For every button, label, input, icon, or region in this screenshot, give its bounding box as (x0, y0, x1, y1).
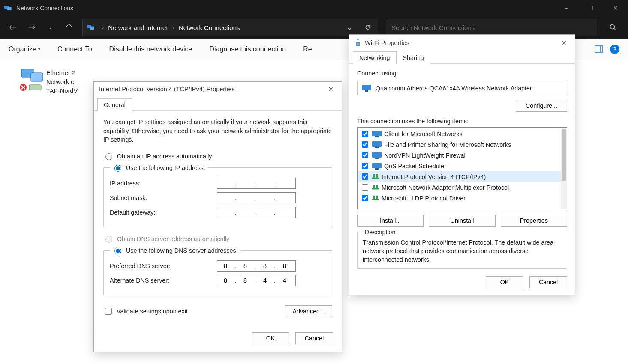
protocol-icon (372, 185, 379, 191)
connection-items-list[interactable]: Client for Microsoft NetworksFile and Pr… (357, 127, 567, 209)
search-input[interactable] (386, 24, 597, 31)
breadcrumb-bar[interactable]: › Network and Internet › Network Connect… (82, 19, 378, 36)
nav-history-button[interactable]: ⌄ (42, 19, 59, 36)
radio-use-dns-input[interactable] (114, 248, 121, 254)
svg-rect-22 (375, 158, 379, 159)
ipv4-cancel-button[interactable]: Cancel (295, 332, 333, 344)
connection-item[interactable]: Microsoft LLDP Protocol Driver (358, 193, 561, 203)
connect-using-label: Connect using: (357, 70, 567, 77)
svg-rect-21 (372, 152, 382, 158)
wifi-properties-dialog: Wi-Fi Properties ✕ Networking Sharing Co… (349, 34, 575, 295)
close-icon[interactable]: ✕ (559, 37, 570, 48)
view-layout-icon[interactable] (595, 45, 603, 53)
properties-button[interactable]: Properties (501, 215, 567, 227)
connection-item[interactable]: QoS Packet Scheduler (358, 161, 561, 171)
item-checkbox[interactable] (362, 141, 368, 148)
item-checkbox[interactable] (362, 152, 368, 158)
item-label: NordVPN LightWeight Firewall (384, 152, 467, 159)
dialog-title: Internet Protocol Version 4 (TCP/IPv4) P… (99, 86, 235, 92)
advanced-button[interactable]: Advanced... (285, 305, 332, 317)
breadcrumb-segment[interactable]: Network Connections (176, 24, 243, 31)
install-button[interactable]: Install... (357, 215, 424, 227)
refresh-button[interactable]: ⟳ (359, 19, 378, 36)
tab-general[interactable]: General (97, 98, 132, 111)
ipv4-ok-button[interactable]: OK (252, 332, 289, 344)
svg-rect-18 (375, 136, 379, 137)
adapter-status: Network c (46, 78, 78, 87)
nic-icon (362, 85, 371, 92)
svg-rect-24 (375, 168, 379, 170)
content-area: Ethernet 2 Network c TAP-NordV Internet … (0, 60, 628, 364)
connection-item[interactable]: NordVPN LightWeight Firewall (358, 150, 561, 161)
dialog-title: Wi-Fi Properties (365, 39, 409, 46)
breadcrumb-segment[interactable]: Network and Internet (105, 24, 170, 31)
scrollbar[interactable] (561, 128, 567, 209)
uninstall-button[interactable]: Uninstall (429, 215, 495, 227)
window-minimize-button[interactable]: − (553, 0, 578, 16)
label-ip-address: IP address: (110, 180, 217, 187)
label-alternate-dns: Alternate DNS server: (110, 277, 217, 284)
configure-button[interactable]: Configure... (516, 100, 567, 112)
connection-item[interactable]: Internet Protocol Version 4 (TCP/IPv4) (358, 171, 561, 182)
svg-rect-15 (362, 85, 371, 90)
window-title: Network Connections (16, 5, 553, 12)
item-label: Client for Microsoft Networks (384, 131, 463, 137)
diagnose-connection-button[interactable]: Diagnose this connection (209, 45, 286, 53)
item-checkbox[interactable] (362, 195, 368, 201)
radio-use-dns[interactable]: Use the following DNS server addresses: (112, 246, 238, 254)
chevron-right-icon[interactable]: › (100, 24, 105, 31)
nav-up-button[interactable]: 🡡 (61, 19, 78, 36)
service-icon (372, 141, 382, 148)
breadcrumb-dropdown-button[interactable]: ⌄ (340, 19, 359, 36)
radio-use-ip-input[interactable] (114, 165, 121, 172)
radio-obtain-ip[interactable]: Obtain an IP address automatically (103, 152, 332, 160)
item-checkbox[interactable] (362, 173, 368, 180)
organize-menu[interactable]: Organize▾ (9, 45, 40, 53)
description-text: Transmission Control Protocol/Internet P… (363, 238, 562, 264)
ip-address-field[interactable]: ... (217, 178, 296, 189)
dialog-titlebar[interactable]: Internet Protocol Version 4 (TCP/IPv4) P… (94, 82, 342, 96)
service-icon (372, 152, 382, 159)
item-checkbox[interactable] (362, 184, 368, 191)
help-icon[interactable]: ? (610, 45, 619, 54)
connect-to-button[interactable]: Connect To (57, 45, 92, 53)
alternate-dns-field[interactable]: . . . (217, 275, 296, 286)
search-field[interactable] (386, 19, 597, 36)
chevron-right-icon[interactable]: › (171, 24, 176, 31)
validate-checkbox[interactable] (105, 308, 112, 315)
wifi-ok-button[interactable]: OK (486, 276, 523, 288)
search-icon[interactable] (602, 19, 624, 36)
nav-forward-button[interactable]: 🡢 (23, 19, 40, 36)
preferred-dns-field[interactable]: . . . (217, 260, 296, 272)
item-checkbox[interactable] (362, 131, 368, 137)
nav-back-button[interactable]: 🡠 (4, 19, 21, 36)
adapter-device: TAP-NordV (46, 87, 78, 95)
adapter-name: Ethernet 2 (46, 69, 78, 78)
disable-device-button[interactable]: Disable this network device (109, 45, 192, 53)
wifi-cancel-button[interactable]: Cancel (529, 276, 567, 288)
adapter-item[interactable]: Ethernet 2 Network c TAP-NordV (19, 69, 78, 95)
connection-item[interactable]: Client for Microsoft Networks (358, 128, 561, 139)
items-label: This connection uses the following items… (357, 118, 567, 125)
radio-use-ip[interactable]: Use the following IP address: (112, 164, 205, 172)
window-maximize-button[interactable]: ☐ (578, 0, 603, 16)
validate-checkbox-row[interactable]: Validate settings upon exit (103, 307, 188, 316)
window-close-button[interactable]: ✕ (603, 0, 628, 16)
tab-networking[interactable]: Networking (353, 51, 397, 64)
svg-rect-1 (7, 7, 12, 11)
default-gateway-field[interactable]: ... (217, 207, 296, 218)
connection-item[interactable]: Microsoft Network Adapter Multiplexor Pr… (358, 182, 561, 193)
label-preferred-dns: Preferred DNS server: (110, 263, 217, 269)
radio-obtain-ip-input[interactable] (105, 153, 112, 160)
wifi-icon (355, 39, 361, 47)
tab-sharing[interactable]: Sharing (397, 51, 430, 64)
item-checkbox[interactable] (362, 163, 368, 169)
subnet-mask-field[interactable]: ... (217, 192, 296, 203)
dialog-titlebar[interactable]: Wi-Fi Properties ✕ (349, 35, 575, 49)
svg-rect-29 (373, 185, 375, 188)
close-icon[interactable]: ✕ (325, 84, 337, 95)
connection-item[interactable]: File and Printer Sharing for Microsoft N… (358, 139, 561, 150)
rename-button-partial[interactable]: Re (303, 45, 312, 53)
adapter-name-box[interactable]: Qualcomm Atheros QCA61x4A Wireless Netwo… (357, 81, 567, 95)
adapter-text: Ethernet 2 Network c TAP-NordV (46, 69, 78, 95)
